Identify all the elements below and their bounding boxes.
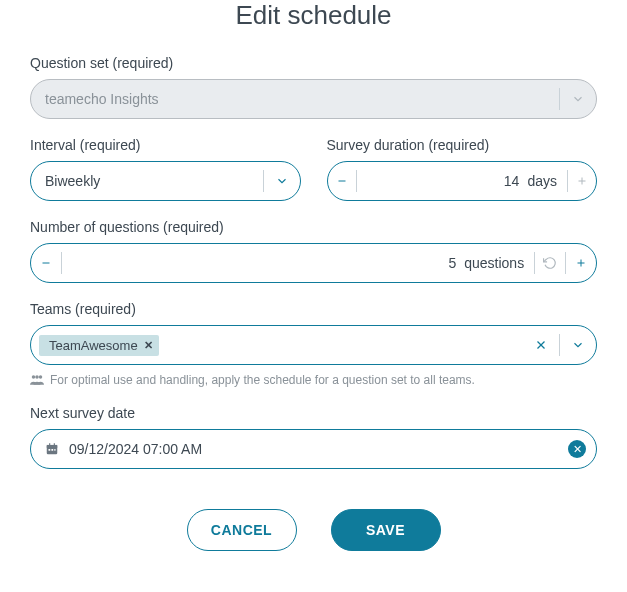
num-questions-label: Number of questions (required) <box>30 219 597 235</box>
next-date-label: Next survey date <box>30 405 597 421</box>
question-set-value: teamecho Insights <box>31 80 559 118</box>
cancel-button[interactable]: CANCEL <box>187 509 297 551</box>
chevron-down-icon[interactable] <box>560 326 596 364</box>
svg-rect-17 <box>54 449 55 451</box>
duration-value[interactable]: 14 <box>357 162 528 200</box>
teams-label: Teams (required) <box>30 301 597 317</box>
chevron-down-icon <box>560 80 596 118</box>
svg-point-9 <box>35 375 39 379</box>
teams-chip-area[interactable]: TeamAwesome ✕ <box>31 326 523 364</box>
svg-rect-16 <box>51 449 53 451</box>
svg-rect-12 <box>47 445 58 448</box>
clear-icon[interactable] <box>523 326 559 364</box>
duration-label: Survey duration (required) <box>327 137 598 153</box>
minus-icon[interactable] <box>31 244 61 282</box>
duration-stepper[interactable]: 14 days <box>327 161 598 201</box>
page-title: Edit schedule <box>30 0 597 31</box>
save-button[interactable]: SAVE <box>331 509 441 551</box>
question-set-label: Question set (required) <box>30 55 597 71</box>
team-chip-label: TeamAwesome <box>49 338 138 353</box>
svg-rect-15 <box>49 449 51 451</box>
interval-value: Biweekly <box>31 162 263 200</box>
plus-icon <box>568 162 596 200</box>
reset-icon <box>535 244 565 282</box>
svg-point-10 <box>39 375 43 379</box>
next-date-input[interactable]: 09/12/2024 07:00 AM ✕ <box>30 429 597 469</box>
plus-icon[interactable] <box>566 244 596 282</box>
team-chip: TeamAwesome ✕ <box>39 335 159 356</box>
teams-hint: For optimal use and handling, apply the … <box>30 373 597 387</box>
clear-date-icon[interactable]: ✕ <box>568 440 586 458</box>
num-questions-unit: questions <box>464 244 534 282</box>
remove-chip-icon[interactable]: ✕ <box>144 339 153 352</box>
interval-select[interactable]: Biweekly <box>30 161 301 201</box>
interval-label: Interval (required) <box>30 137 301 153</box>
svg-point-8 <box>32 375 36 379</box>
question-set-select: teamecho Insights <box>30 79 597 119</box>
chevron-down-icon[interactable] <box>264 162 300 200</box>
users-icon <box>30 374 44 386</box>
num-questions-stepper[interactable]: 5 questions <box>30 243 597 283</box>
teams-hint-text: For optimal use and handling, apply the … <box>50 373 475 387</box>
minus-icon[interactable] <box>328 162 356 200</box>
duration-unit: days <box>527 162 567 200</box>
teams-select[interactable]: TeamAwesome ✕ <box>30 325 597 365</box>
calendar-icon <box>45 442 59 456</box>
next-date-value: 09/12/2024 07:00 AM <box>69 441 202 457</box>
num-questions-value[interactable]: 5 <box>62 244 464 282</box>
